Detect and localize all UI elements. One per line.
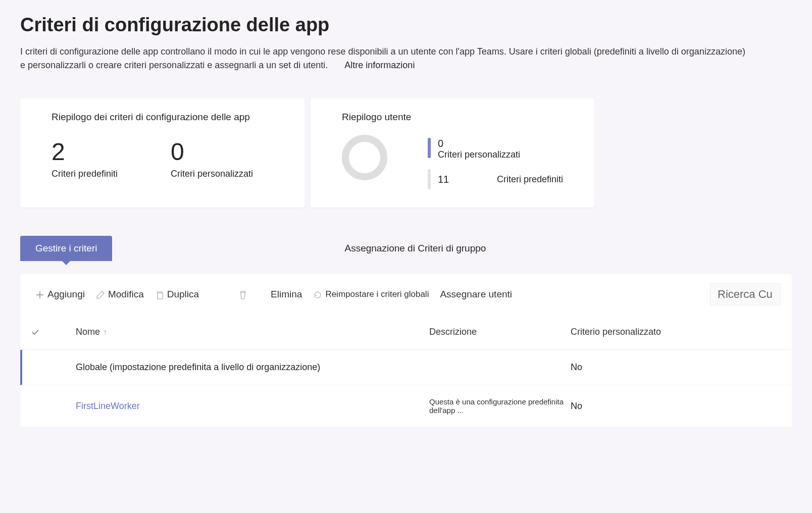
tab-manage-policies[interactable]: Gestire i criteri — [20, 236, 112, 261]
add-button[interactable]: Aggiungi — [31, 287, 89, 302]
checkmark-icon[interactable] — [30, 327, 40, 337]
row-custom: No — [571, 401, 782, 412]
custom-stat: 0 Criteri personalizzati — [171, 138, 253, 179]
table-row[interactable]: FirstLineWorker Questa è una configurazi… — [20, 385, 792, 427]
user-custom-label: Criteri personalizzati — [438, 149, 520, 160]
edit-button[interactable]: Modifica — [92, 287, 148, 302]
user-custom-stat: 0 Criteri personalizzati — [428, 138, 563, 160]
row-desc: Questa è una configurazione predefinita … — [429, 397, 571, 415]
table-row[interactable]: Globale (impostazione predefinita a live… — [20, 350, 792, 385]
predefined-stat: 2 Criteri predefiniti — [52, 138, 118, 179]
summary-cards: Riepilogo dei criteri di configurazione … — [0, 72, 812, 208]
duplicate-label: Duplica — [167, 289, 199, 300]
reset-button[interactable]: Reimpostare i criteri globali — [309, 287, 433, 302]
donut-chart-icon — [342, 135, 387, 180]
plus-icon — [35, 289, 44, 300]
search-input[interactable]: Ricerca Cu — [710, 283, 781, 305]
svg-rect-0 — [158, 293, 163, 299]
tab-group-policy-assignment[interactable]: Assegnazione di Criteri di gruppo — [329, 236, 501, 261]
user-predefined-label: Criteri predefiniti — [497, 174, 563, 185]
page-title: Criteri di configurazione delle app — [0, 0, 812, 45]
add-label: Aggiungi — [47, 289, 85, 300]
legend-bar-predefined-icon — [428, 169, 431, 189]
sort-ascending-icon: ↑ — [103, 328, 107, 337]
row-custom: No — [571, 362, 782, 373]
page-description: I criteri di configurazione delle app co… — [0, 45, 768, 72]
copy-icon — [155, 289, 164, 300]
row-name: Globale (impostazione predefinita a live… — [76, 362, 429, 373]
column-custom-header[interactable]: Criterio personalizzato — [571, 327, 782, 337]
edit-label: Modifica — [108, 289, 144, 300]
custom-count: 0 — [171, 138, 253, 166]
assign-label: Assegnare utenti — [440, 289, 512, 300]
delete-label: Elimina — [271, 289, 302, 300]
config-summary-card: Riepilogo dei criteri di configurazione … — [20, 98, 304, 208]
row-name-link[interactable]: FirstLineWorker — [76, 401, 429, 412]
table-header: Nome ↑ Descrizione Criterio personalizza… — [20, 315, 792, 350]
user-custom-count: 0 — [438, 138, 520, 149]
more-info-link[interactable]: Altre informazioni — [344, 59, 415, 72]
delete-button[interactable]: Elimina — [234, 287, 306, 302]
reset-icon — [313, 289, 322, 300]
pencil-icon — [96, 289, 105, 300]
user-summary-title: Riepilogo utente — [342, 112, 563, 123]
duplicate-button[interactable]: Duplica — [151, 287, 203, 302]
policies-table: Nome ↑ Descrizione Criterio personalizza… — [20, 315, 792, 427]
col-name-label: Nome — [76, 327, 100, 337]
tabs: Gestire i criteri Assegnazione di Criter… — [0, 208, 812, 261]
custom-label: Criteri personalizzati — [171, 169, 253, 179]
assign-users-button[interactable]: Assegnare utenti — [436, 287, 516, 302]
predefined-count: 2 — [52, 138, 118, 166]
column-desc-header[interactable]: Descrizione — [429, 327, 571, 337]
toolbar: Aggiungi Modifica Duplica Elimina Reimpo… — [20, 274, 792, 315]
user-summary-card: Riepilogo utente 0 Criteri personalizzat… — [311, 98, 594, 208]
trash-icon — [238, 289, 247, 300]
config-summary-title: Riepilogo dei criteri di configurazione … — [52, 112, 273, 123]
user-predefined-stat: 11 Criteri predefiniti — [428, 169, 563, 189]
column-name-header[interactable]: Nome ↑ — [76, 327, 429, 337]
user-predefined-count: 11 — [438, 174, 449, 185]
predefined-label: Criteri predefiniti — [52, 169, 118, 179]
legend-bar-custom-icon — [428, 138, 431, 158]
reset-label: Reimpostare i criteri globali — [325, 289, 429, 299]
